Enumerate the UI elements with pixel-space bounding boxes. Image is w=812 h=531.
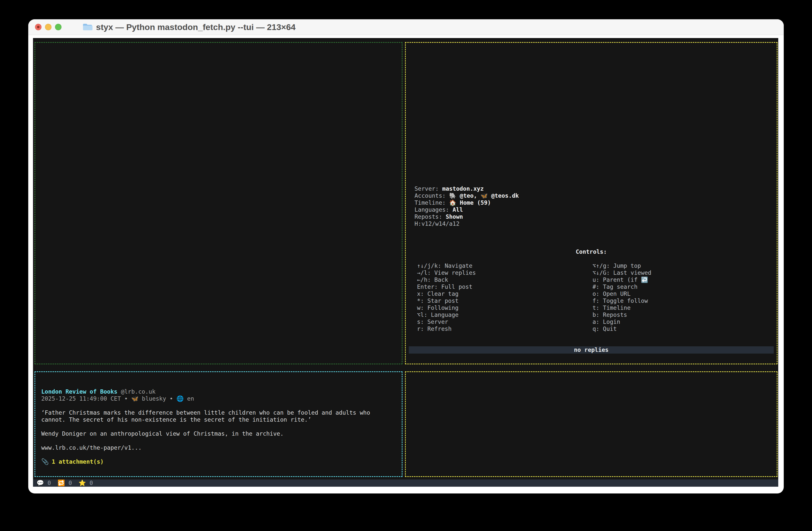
shortcut-refresh: r: Refresh <box>417 325 476 332</box>
reposts-count-icon: 🔁 <box>58 479 65 487</box>
controls-left-column: ↑↓/j/k: Navigate →/l: View replies ←/h: … <box>417 262 476 332</box>
shortcut-clear-tag: x: Clear tag <box>417 290 476 297</box>
server-line: Server: mastodon.xyz <box>415 185 519 192</box>
shortcut-language: ⌥l: Language <box>417 311 476 318</box>
shortcut-login: a: Login <box>593 318 651 325</box>
close-button[interactable] <box>35 24 42 30</box>
shortcut-last-viewed: ⌥↓/G: Last viewed <box>593 269 651 276</box>
reposts-line: Reposts: Shown <box>415 213 519 220</box>
shortcut-toggle-follow: f: Toggle follow <box>593 297 651 304</box>
info-panel: Server: mastodon.xyz Accounts: 🐘 @teo, 🦋… <box>405 42 778 364</box>
fullscreen-button[interactable] <box>55 24 61 30</box>
replies-count: 0 <box>47 479 51 487</box>
shortcut-parent: u: Parent (if ↩️ <box>593 276 651 283</box>
shortcut-server: s: Server <box>417 318 476 325</box>
shortcut-star-post: *: Star post <box>417 297 476 304</box>
window-titlebar[interactable]: styx — Python mastodon_fetch.py --tui — … <box>28 19 784 35</box>
controls-header: Controls: <box>406 248 777 255</box>
no-replies-bar: no replies <box>409 346 774 353</box>
timeline-panel[interactable] <box>34 42 403 364</box>
reposts-count: 0 <box>69 479 72 487</box>
detail-panel <box>405 371 778 477</box>
accounts-value: 🐘 @teo, 🦋 @teos.dk <box>449 193 519 199</box>
stars-count: 0 <box>89 479 93 487</box>
shortcut-navigate: ↑↓/j/k: Navigate <box>417 262 476 269</box>
traffic-lights <box>35 24 61 30</box>
post-body-line-3: Wendy Doniger on an anthropological view… <box>41 430 284 437</box>
post-meta: 2025-12-25 11:49:00 CET • 🦋 bluesky • 🌐 … <box>41 395 194 402</box>
languages-line: Languages: All <box>415 206 519 213</box>
post-handle: @lrb.co.uk <box>121 388 156 395</box>
post-attachment-line: 📎1 attachment(s) <box>41 458 104 465</box>
shortcut-tag-search: #: Tag search <box>593 283 651 290</box>
timeline-line: Timeline: 🏠 Home (59) <box>415 199 519 206</box>
replies-count-icon: 💬 <box>37 479 44 487</box>
shortcut-jump-top: ⌥↑/g: Jump top <box>593 262 651 269</box>
shortcut-view-replies: →/l: View replies <box>417 269 476 276</box>
post-author: London Review of Books <box>41 388 117 395</box>
timeline-value: 🏠 Home (59) <box>449 199 491 206</box>
reposts-value: Shown <box>446 213 463 220</box>
terminal-window: styx — Python mastodon_fetch.py --tui — … <box>28 19 784 493</box>
terminal-screen[interactable]: Server: mastodon.xyz Accounts: 🐘 @teo, 🦋… <box>33 38 778 487</box>
post-body-line-2: cannot. The secret of his non-existence … <box>41 416 311 423</box>
post-url[interactable]: www.lrb.co.uk/the-paper/v1... <box>41 444 142 451</box>
minimize-button[interactable] <box>45 24 52 30</box>
server-info-block: Server: mastodon.xyz Accounts: 🐘 @teo, 🦋… <box>415 185 519 227</box>
attachment-count: 1 attachment(s) <box>52 458 104 465</box>
history-line: H:v12/w14/a12 <box>415 220 519 227</box>
post-author-line: London Review of Books@lrb.co.uk <box>41 388 156 395</box>
stars-count-icon: ⭐ <box>78 479 86 487</box>
close-dot-icon <box>37 26 40 28</box>
languages-value: All <box>452 207 463 213</box>
server-value: mastodon.xyz <box>442 185 484 192</box>
paperclip-icon: 📎 <box>41 458 49 465</box>
post-body-line-1: ‘Father Christmas marks the difference b… <box>41 409 370 416</box>
folder-icon <box>83 23 92 31</box>
accounts-line: Accounts: 🐘 @teo, 🦋 @teos.dk <box>415 192 519 199</box>
status-bar: 💬 0 🔁 0 ⭐ 0 <box>33 479 778 487</box>
controls-right-column: ⌥↑/g: Jump top ⌥↓/G: Last viewed u: Pare… <box>593 262 651 332</box>
shortcut-quit: q: Quit <box>593 325 651 332</box>
shortcut-timeline: t: Timeline <box>593 304 651 311</box>
shortcut-open-url: o: Open URL <box>593 290 651 297</box>
post-panel[interactable]: London Review of Books@lrb.co.uk 2025-12… <box>34 371 403 477</box>
shortcut-reposts: b: Reposts <box>593 311 651 318</box>
window-title: styx — Python mastodon_fetch.py --tui — … <box>96 22 295 32</box>
shortcut-back: ←/h: Back <box>417 276 476 283</box>
shortcut-full-post: Enter: Full post <box>417 283 476 290</box>
shortcut-following: w: Following <box>417 304 476 311</box>
